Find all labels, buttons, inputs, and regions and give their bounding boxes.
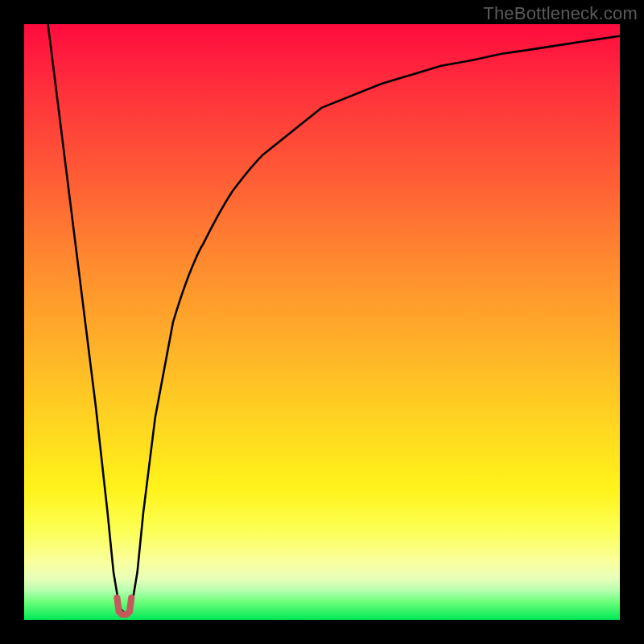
watermark-text: TheBottleneck.com [483,3,638,24]
outer-frame: TheBottleneck.com [0,0,644,644]
bottleneck-curve [48,24,620,614]
curve-layer [24,24,620,620]
dip-marker [117,598,131,615]
plot-area [24,24,620,620]
